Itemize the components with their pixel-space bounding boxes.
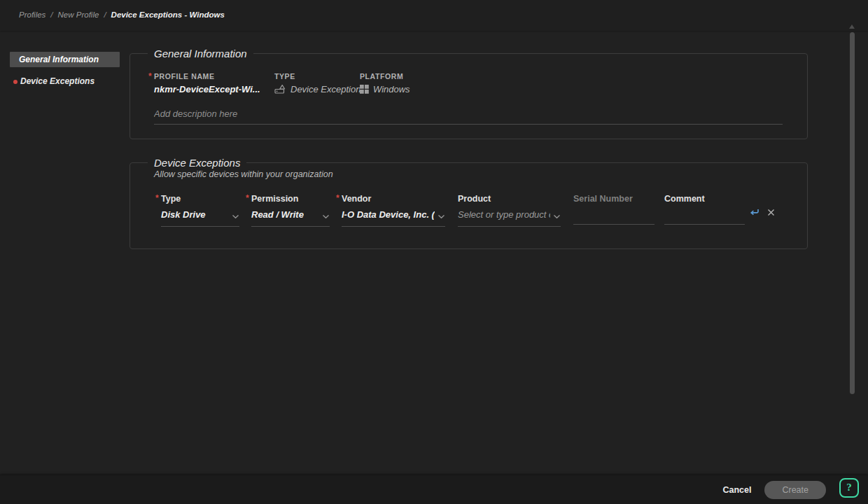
exception-type-field: * Type Disk Drive [161,194,239,227]
chevron-down-icon [232,209,239,222]
breadcrumb-new-profile[interactable]: New Profile [58,10,99,19]
general-information-title: General Information [148,48,253,59]
exception-product-placeholder: Select or type product code [458,209,550,220]
general-information-card: General Information * PROFILE NAME nkmr-… [130,48,808,139]
exception-type-label: Type [161,194,239,204]
general-info-fields-row: * PROFILE NAME nkmr-DeviceExcept-Wi... T… [154,72,807,94]
chevron-down-icon [553,209,561,222]
required-asterisk-icon: * [148,71,152,81]
exception-permission-value: Read / Write [251,209,304,220]
breadcrumb-profiles[interactable]: Profiles [19,10,46,19]
exception-product-field: Product Select or type product code [458,194,561,227]
type-value: Device Exceptions [290,84,360,94]
breadcrumb-current: Device Exceptions - Windows [111,10,225,19]
sidebar-item-general-information[interactable]: General Information [10,52,120,67]
description-field [154,106,783,125]
profile-name-value[interactable]: nkmr-DeviceExcept-Wi... [154,84,274,94]
exception-permission-label: Permission [251,194,330,204]
breadcrumb: Profiles / New Profile / Device Exceptio… [19,10,225,19]
exception-vendor-label: Vendor [342,194,445,204]
scrollbar-thumb[interactable] [850,32,855,394]
cancel-button[interactable]: Cancel [722,485,751,495]
sidebar-item-device-exceptions[interactable]: Device Exceptions [10,74,120,88]
exception-permission-select[interactable]: Read / Write [251,207,330,227]
exception-serial-input[interactable] [573,207,654,225]
remove-row-close-icon[interactable] [767,209,775,216]
platform-value: Windows [373,84,410,94]
type-label: TYPE [274,72,360,80]
chevron-down-icon [322,209,330,222]
create-button[interactable]: Create [764,481,826,499]
device-exceptions-title: Device Exceptions [148,157,246,169]
exception-type-value: Disk Drive [161,209,206,220]
profile-name-field: * PROFILE NAME nkmr-DeviceExcept-Wi... [154,72,274,94]
exception-row: * Type Disk Drive * Permission Read / Wr… [161,194,807,227]
profile-name-label: PROFILE NAME [154,72,274,80]
exception-row-actions [750,209,775,216]
windows-icon [360,85,369,94]
exception-vendor-select[interactable]: I-O Data Device, Inc. (04bb [342,207,445,227]
scrollbar-up-arrow-icon[interactable] [849,24,855,29]
required-asterisk-icon: * [336,193,340,203]
chevron-down-icon [438,209,445,222]
device-exceptions-subtitle: Allow specific devices within your organ… [154,169,807,179]
platform-field: PLATFORM Windows [360,72,410,94]
section-nav-sidebar: General Information Device Exceptions [10,52,120,88]
type-field: TYPE Device Exceptions [274,72,360,94]
exception-serial-label: Serial Number [573,194,654,204]
breadcrumb-separator: / [104,10,106,19]
exception-comment-input[interactable] [664,207,745,225]
exception-comment-field: Comment [664,194,745,225]
exception-permission-field: * Permission Read / Write [251,194,330,227]
footer-action-bar: Cancel Create ? [0,475,868,504]
exception-serial-field: Serial Number [573,194,654,225]
help-button[interactable]: ? [839,478,859,498]
device-exceptions-icon [274,84,286,94]
confirm-enter-icon[interactable] [750,209,760,216]
sidebar-item-label: General Information [19,55,99,64]
exception-type-select[interactable]: Disk Drive [161,207,239,227]
exception-product-select[interactable]: Select or type product code [458,207,561,227]
sidebar-item-label: Device Exceptions [20,76,94,86]
exception-vendor-field: * Vendor I-O Data Device, Inc. (04bb [342,194,445,227]
error-dot-icon [13,80,18,84]
exception-vendor-value: I-O Data Device, Inc. (04bb [342,209,435,220]
description-input[interactable] [154,106,783,125]
exception-comment-label: Comment [664,194,745,204]
device-exceptions-card: Device Exceptions Allow specific devices… [130,157,808,249]
required-asterisk-icon: * [246,193,249,203]
platform-label: PLATFORM [360,72,410,80]
exception-product-label: Product [458,194,561,204]
required-asterisk-icon: * [155,193,159,203]
breadcrumb-separator: / [50,10,52,19]
